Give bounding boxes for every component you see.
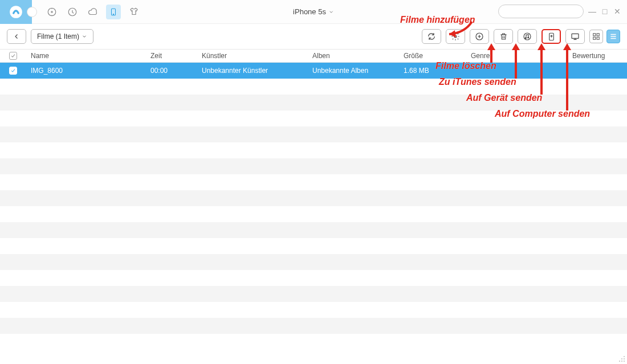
svg-marker-20 <box>512 43 520 50</box>
empty-row <box>0 190 627 206</box>
minimize-button[interactable]: — <box>588 7 596 16</box>
empty-row <box>0 238 627 254</box>
cell-time: 00:00 <box>150 67 202 75</box>
empty-row <box>0 79 627 95</box>
send-itunes-button[interactable] <box>518 29 537 44</box>
col-name[interactable]: Name <box>26 52 150 60</box>
device-name-label: iPhone 5s <box>293 7 326 16</box>
svg-marker-19 <box>487 43 495 50</box>
grid-view-button[interactable] <box>589 30 603 43</box>
empty-row <box>0 158 627 174</box>
arrow-delete <box>486 43 497 63</box>
col-album[interactable]: Alben <box>312 52 404 60</box>
delete-button[interactable] <box>494 29 513 44</box>
empty-row <box>0 126 627 142</box>
empty-row <box>0 142 627 158</box>
close-button[interactable]: ✕ <box>613 7 621 16</box>
grid-icon <box>592 32 600 40</box>
empty-row <box>0 286 627 302</box>
svg-point-25 <box>624 358 625 359</box>
app-logo <box>0 0 32 24</box>
svg-rect-15 <box>597 34 599 36</box>
arrow-device <box>536 43 547 95</box>
chevron-left-icon <box>13 33 20 40</box>
cell-artist: Unbekannter Künstler <box>202 67 312 75</box>
svg-point-9 <box>524 33 531 40</box>
chevron-down-icon <box>82 34 87 39</box>
refresh-button[interactable] <box>422 29 441 44</box>
annotation-device: Auf Gerät senden <box>466 93 542 103</box>
search-input[interactable] <box>498 5 584 18</box>
chevron-down-icon <box>328 9 334 15</box>
svg-marker-18 <box>449 30 456 38</box>
empty-row <box>0 302 627 318</box>
send-computer-button[interactable] <box>565 29 585 44</box>
trash-icon <box>499 32 508 41</box>
arrow-itunes <box>510 43 522 79</box>
annotation-computer: Auf Computer senden <box>495 109 590 119</box>
svg-rect-16 <box>593 37 596 39</box>
svg-point-28 <box>624 361 625 362</box>
table-header: Name Zeit Künstler Alben Größe Genre Bew… <box>0 49 627 63</box>
device-tab-icon[interactable] <box>106 5 121 19</box>
svg-point-2 <box>51 11 52 12</box>
empty-row <box>0 318 627 334</box>
top-nav-icons <box>44 5 141 19</box>
filter-dropdown[interactable]: Filme (1 Item) <box>31 29 93 44</box>
cell-album: Unbekannte Alben <box>312 67 404 75</box>
device-title[interactable]: iPhone 5s <box>293 7 334 16</box>
row-checkbox[interactable] <box>9 67 17 75</box>
logo-icon <box>9 5 23 19</box>
col-artist[interactable]: Künstler <box>202 52 312 60</box>
cell-name: IMG_8600 <box>26 67 150 75</box>
shirt-tab-icon[interactable] <box>127 5 141 19</box>
refresh-icon <box>427 32 436 41</box>
table-body: IMG_8600 00:00 Unbekannter Künstler Unbe… <box>0 63 627 350</box>
clock-tab-icon[interactable] <box>65 5 80 19</box>
svg-point-26 <box>619 361 620 362</box>
col-time[interactable]: Zeit <box>150 52 202 60</box>
svg-point-27 <box>621 361 622 362</box>
resize-grip[interactable] <box>618 355 625 362</box>
svg-point-0 <box>10 6 22 18</box>
svg-point-23 <box>624 356 625 357</box>
svg-marker-22 <box>563 43 571 50</box>
empty-row <box>0 174 627 190</box>
toolbar: Filme (1 Item) <box>0 24 627 49</box>
view-toggle <box>589 30 620 43</box>
empty-row <box>0 254 627 270</box>
plus-circle-icon <box>475 32 484 41</box>
select-all-checkbox[interactable] <box>9 52 17 60</box>
filter-label: Filme (1 Item) <box>37 32 79 40</box>
search-wrap <box>498 5 584 18</box>
svg-rect-13 <box>572 34 579 38</box>
arrow-add <box>439 21 473 38</box>
maximize-button[interactable]: □ <box>601 7 609 16</box>
empty-row <box>0 334 627 350</box>
svg-rect-14 <box>593 34 596 36</box>
svg-point-24 <box>621 358 622 359</box>
send-device-button[interactable] <box>542 29 561 44</box>
cloud-tab-icon[interactable] <box>85 5 100 19</box>
col-rating[interactable]: Bewertung <box>570 52 627 60</box>
svg-rect-17 <box>597 37 599 39</box>
arrow-computer <box>561 43 573 111</box>
svg-point-5 <box>113 14 113 14</box>
to-device-icon <box>547 32 556 42</box>
title-bar: iPhone 5s — □ ✕ <box>0 0 627 24</box>
table-row[interactable]: IMG_8600 00:00 Unbekannter Künstler Unbe… <box>0 63 627 79</box>
svg-point-10 <box>525 38 526 39</box>
list-icon <box>609 32 617 40</box>
back-button[interactable] <box>7 29 26 44</box>
itunes-icon <box>523 32 532 41</box>
empty-row <box>0 222 627 238</box>
music-tab-icon[interactable] <box>44 5 59 19</box>
col-size[interactable]: Größe <box>404 52 471 60</box>
to-computer-icon <box>570 32 580 41</box>
svg-point-1 <box>48 8 56 16</box>
svg-point-11 <box>528 37 529 38</box>
annotation-itunes: Zu iTunes senden <box>439 77 516 87</box>
svg-marker-21 <box>538 43 545 50</box>
empty-row <box>0 206 627 222</box>
list-view-button[interactable] <box>606 30 620 43</box>
